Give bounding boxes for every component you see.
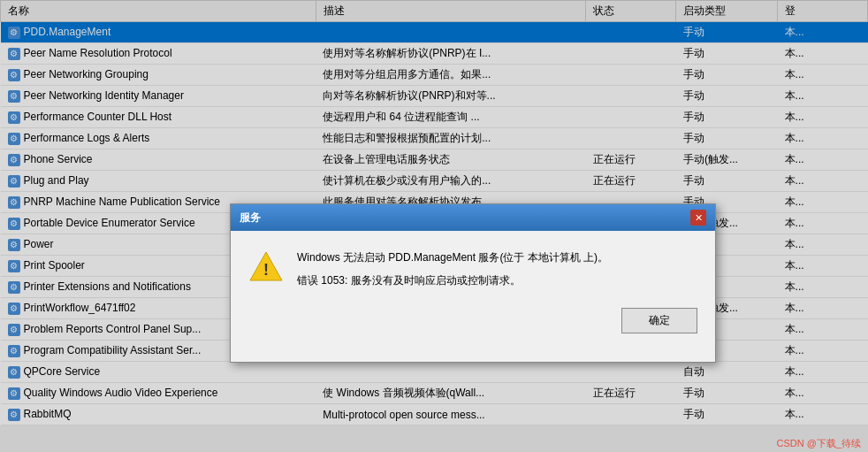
- warning-icon: !: [248, 249, 284, 284]
- dialog-line1: Windows 无法启动 PDD.ManageMent 服务(位于 本地计算机 …: [297, 249, 697, 266]
- svg-text:!: !: [263, 261, 269, 279]
- dialog-line2: 错误 1053: 服务没有及时响应启动或控制请求。: [297, 272, 697, 289]
- dialog-message: Windows 无法启动 PDD.ManageMent 服务(位于 本地计算机 …: [297, 249, 697, 290]
- dialog-footer: 确定: [231, 303, 715, 347]
- confirm-button[interactable]: 确定: [621, 308, 697, 333]
- dialog-overlay: 服务 ✕ ! Windows 无法启动 PDD.ManageMent 服务(位于…: [0, 0, 868, 452]
- dialog-close-button[interactable]: ✕: [690, 210, 706, 226]
- watermark: CSDN @下载_待续: [776, 437, 861, 450]
- dialog-titlebar: 服务 ✕: [231, 204, 715, 231]
- error-dialog: 服务 ✕ ! Windows 无法启动 PDD.ManageMent 服务(位于…: [230, 203, 716, 363]
- dialog-body: ! Windows 无法启动 PDD.ManageMent 服务(位于 本地计算…: [231, 231, 715, 303]
- dialog-title: 服务: [240, 211, 261, 226]
